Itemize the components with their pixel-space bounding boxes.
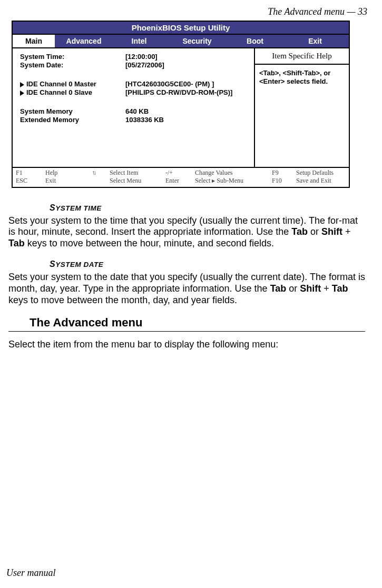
fk-blank (80, 177, 106, 185)
h2-first: S (50, 260, 55, 268)
section-rule (8, 331, 365, 332)
running-header: The Advanced menu — 33 (6, 6, 367, 17)
para-system-time: Sets your system to the time that you sp… (8, 215, 365, 250)
row-extmem-label: Extended Memory (20, 116, 125, 124)
tab-security[interactable]: Security (165, 35, 229, 47)
fk-f1: F1 (16, 169, 42, 177)
row-date-label: System Date: (20, 61, 125, 69)
fk-change-values: Change Values (195, 169, 269, 177)
row-time-label: System Time: (20, 53, 125, 61)
help-title: Item Specific Help (255, 48, 349, 65)
bios-help-panel: Item Specific Help <Tab>, <Shift-Tab>, o… (254, 48, 349, 167)
kw-tab: Tab (291, 226, 308, 237)
p2-b: or (286, 283, 300, 294)
fk-select-item: Select Item (110, 169, 162, 177)
row-time-value[interactable]: [12:00:00] (125, 53, 250, 61)
para-advanced-menu: Select the item from the menu bar to dis… (8, 339, 365, 351)
triangle-right-icon (20, 82, 24, 87)
fk-enter: Enter (165, 177, 192, 185)
bios-main-panel: System Time: [12:00:00] System Date: [05… (13, 48, 254, 167)
p-c: + (342, 226, 351, 237)
kw-shift: Shift (321, 226, 342, 237)
heading-advanced-menu: The Advanced menu (30, 316, 365, 330)
kw-shift2: Shift (300, 283, 321, 294)
fk-plusminus: -/+ (165, 169, 192, 177)
fk-select-submenu: Select ▸ Sub-Menu (195, 177, 269, 185)
kw-tab4: Tab (332, 283, 348, 294)
row-extmem-value: 1038336 KB (125, 116, 250, 124)
row-sysmem-label: System Memory (20, 107, 125, 115)
tab-advanced[interactable]: Advanced (55, 35, 113, 47)
fk-esc: ESC (16, 177, 42, 185)
h-rest: YSTEM TIME (55, 204, 102, 212)
bios-tabs: Main Advanced Intel Security Boot Exit (13, 35, 349, 48)
row-ide-slave-label[interactable]: IDE Channel 0 Slave (20, 88, 125, 96)
h-first: S (50, 203, 55, 212)
arrows-icon (80, 169, 106, 177)
row-ide-master-value: [HTC426030G5CE00- (PM) ] (125, 80, 250, 88)
bios-footer: F1 Help Select Item -/+ Change Values F9… (13, 167, 349, 187)
kw-tab2: Tab (8, 238, 25, 248)
fk-help: Help (45, 169, 77, 177)
para-system-date: Sets your system to the date that you sp… (8, 272, 365, 306)
p-b: or (308, 226, 321, 237)
fk-exit: Exit (45, 177, 77, 185)
footer-user-manual: User manual (6, 567, 56, 579)
ide-master-text: IDE Channel 0 Master (26, 80, 96, 88)
help-body: <Tab>, <Shift-Tab>, or <Enter> selects f… (255, 65, 349, 91)
tab-exit[interactable]: Exit (281, 35, 349, 47)
row-ide-slave-value: [PHILIPS CD-RW/DVD-ROM-(PS)] (125, 88, 250, 96)
fk-f9: F9 (272, 169, 293, 177)
p-d: keys to move between the hour, minute, a… (25, 238, 274, 248)
fk-save-exit: Save and Exit (296, 177, 346, 185)
fk-f10: F10 (272, 177, 293, 185)
p2-d: keys to move between the month, day, and… (8, 295, 237, 305)
fk-select-menu: Select Menu (110, 177, 162, 185)
bios-screenshot: PhoenixBIOS Setup Utility Main Advanced … (12, 21, 350, 188)
heading-system-date: SYSTEM DATE (50, 259, 365, 270)
kw-tab3: Tab (270, 283, 287, 294)
heading-system-time: SYSTEM TIME (50, 203, 365, 213)
fk-setup-defaults: Setup Defaults (296, 169, 346, 177)
h2-rest: YSTEM DATE (55, 261, 103, 268)
bios-title: PhoenixBIOS Setup Utility (13, 22, 349, 35)
ide-slave-text: IDE Channel 0 Slave (26, 88, 92, 96)
p2-c: + (321, 283, 332, 294)
row-date-value[interactable]: [05/27/2006] (125, 61, 250, 69)
triangle-right-icon (20, 91, 24, 96)
tab-boot[interactable]: Boot (229, 35, 281, 47)
row-sysmem-value: 640 KB (125, 107, 250, 115)
tab-main[interactable]: Main (13, 35, 55, 47)
row-ide-master-label[interactable]: IDE Channel 0 Master (20, 80, 125, 88)
tab-intel[interactable]: Intel (113, 35, 165, 47)
